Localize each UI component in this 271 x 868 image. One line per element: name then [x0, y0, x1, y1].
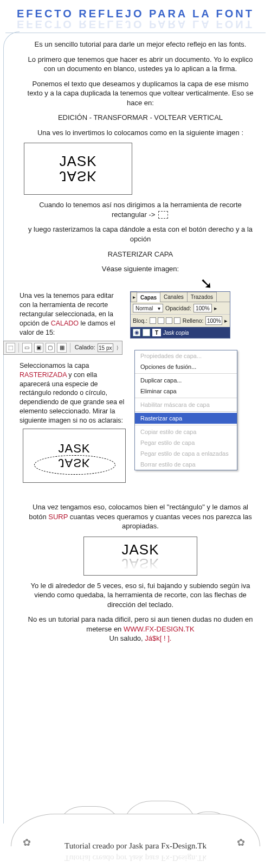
rasterizada-paragraph: Seleccionamos la capa RASTERIZADA y con …: [20, 361, 126, 425]
rast-text-b: y con ella aparecerá una especie de rect…: [20, 371, 124, 424]
lock-icons: [150, 317, 180, 324]
text-layer-thumb-icon: T: [152, 329, 161, 336]
rast-text-a: Seleccionamos la capa: [20, 362, 89, 369]
intro-paragraph-2: Lo primero que tenemos que hacer es abri…: [24, 55, 257, 74]
blend-mode-dropdown[interactable]: Normal▾: [133, 304, 163, 312]
lock-transparency-icon[interactable]: [150, 317, 156, 324]
feather-toolbar: ⬚ ▭ ▣ ▢ ▦ Calado: 15 px ⟩: [3, 341, 122, 355]
ctx-item-copy-style[interactable]: Copiar estilo de capa: [135, 426, 237, 437]
step3-paragraph: Una vez tengamos eso, colocamos bien el …: [24, 502, 257, 531]
sample-mirror-box: JASK JASK: [24, 143, 132, 195]
outro2-text-b: Un saludo,: [109, 634, 145, 642]
intro-paragraph-4: Una ves lo invertimos lo colocamos como …: [24, 128, 257, 138]
ctx-separator: [135, 425, 237, 425]
rasterize-highlight: RASTERIZAR CAPA: [24, 250, 257, 259]
subtract-selection-icon[interactable]: ▢: [46, 343, 55, 353]
layer-context-menu: Propiedades de capa... Opciones de fusió…: [134, 350, 237, 470]
panel-tab-channels[interactable]: Canales: [160, 292, 188, 302]
chevron-down-icon: ▾: [158, 305, 160, 311]
step2-text-a: Cuando lo tenemos así nos dirigimos a la…: [39, 201, 242, 219]
layers-panel: ▸ Capas Canales Trazados Normal▾ Opacida…: [130, 291, 230, 339]
author-signature: Já$k[ ! ].: [145, 634, 171, 642]
step2-line-c: Véase siguiente imagen:: [24, 264, 257, 274]
ctx-separator: [135, 373, 237, 374]
footer-credit: Tutorial creado por Jask para Fx-Design.…: [0, 841, 271, 851]
ctx-item-blending[interactable]: Opciones de fusión...: [135, 361, 237, 372]
calado-paragraph: Una ves la tenemos para editar con la he…: [20, 291, 126, 337]
toolbar-separator: [70, 343, 70, 353]
blend-mode-value: Normal: [136, 305, 153, 311]
intro-paragraph-1: Es un sencillo tutorial para darle un me…: [24, 40, 257, 49]
opacity-label: Opacidad:: [165, 305, 191, 311]
calado-word: CALADO: [51, 320, 79, 327]
opacity-input[interactable]: 100%: [193, 304, 212, 312]
step2-line-b: y luego rasterizamos la capa dándole a e…: [24, 225, 257, 244]
visibility-eye-icon[interactable]: ◉: [133, 329, 140, 336]
step2-line-a: Cuando lo tenemos así nos dirigimos a la…: [24, 200, 257, 219]
ctx-item-paste-linked[interactable]: Pegar estilo de capa a enlazadas: [135, 448, 237, 459]
fill-input[interactable]: 100%: [205, 316, 222, 325]
rectangular-marquee-icon: [158, 211, 168, 219]
toolbar-separator: [18, 343, 19, 353]
footer-cloud: [11, 808, 260, 846]
footer-block: ✿ ✿ Tutorial creado por Jask para Fx-Des…: [0, 800, 271, 865]
opacity-slider-icon[interactable]: ▸: [214, 305, 217, 311]
outro-paragraph-2: No es un tutorial para nada dificil, per…: [24, 615, 257, 643]
intro-paragraph-3: Ponemos el texto que deseamos y duplicam…: [24, 79, 257, 108]
sample-final-reflection: JASK: [121, 555, 159, 572]
marquee-tool-icon[interactable]: ⬚: [6, 343, 15, 353]
footer-credit-reflection: Tutorial creado por Jask para Fx-Design.…: [0, 853, 271, 863]
layer-name: Jask copia: [163, 330, 189, 336]
sample-oval-box: JASK JASK: [23, 429, 126, 483]
step3-text-b: cuantas veces queramos y cuantas veces n…: [68, 513, 252, 531]
ctx-item-delete[interactable]: Eliminar capa: [135, 386, 237, 397]
ctx-item-properties[interactable]: Propiedades de capa...: [135, 350, 237, 361]
ctx-item-enable-mask[interactable]: Habilitar máscara de capa: [135, 399, 237, 410]
rasterizada-word: RASTERIZADA: [20, 371, 67, 379]
link-icon[interactable]: [143, 329, 150, 336]
intersect-selection-icon[interactable]: ▦: [57, 343, 66, 353]
ctx-item-duplicate[interactable]: Duplicar capa...: [135, 375, 237, 386]
add-selection-icon[interactable]: ▣: [34, 343, 43, 353]
fill-label: Relleno:: [183, 317, 204, 324]
sample-final-box: JASK JASK: [83, 537, 197, 576]
outro-paragraph-1: Yo le di alrededor de 5 veces, eso si, f…: [24, 581, 257, 610]
surp-word: SURP: [48, 513, 68, 521]
ctx-separator: [135, 398, 237, 398]
panel-tabs: ▸ Capas Canales Trazados: [131, 292, 230, 302]
title-block: EFECTO REFLEJO PARA LA FONT EFECTO REFLE…: [5, 0, 266, 33]
lock-pixels-icon[interactable]: [158, 317, 164, 324]
arrow-down-icon: ➘: [20, 279, 261, 289]
ctx-item-paste-style[interactable]: Pegar estilo de capa: [135, 437, 237, 448]
site-link[interactable]: WWW.FX-DESIGN.TK: [124, 625, 195, 633]
feather-input[interactable]: 15 px: [98, 343, 113, 352]
panel-tab-paths[interactable]: Trazados: [187, 292, 217, 302]
feather-dropdown-icon[interactable]: ⟩: [115, 344, 120, 351]
sample-word-flipped: JASK: [59, 168, 96, 184]
fill-slider-icon[interactable]: ▸: [224, 317, 228, 324]
lock-position-icon[interactable]: [166, 317, 172, 324]
ctx-item-rasterize[interactable]: Rasterizar capa: [135, 413, 237, 424]
dashed-selection-oval: [34, 455, 115, 475]
ctx-separator: [135, 411, 237, 412]
lock-all-icon[interactable]: [174, 317, 180, 324]
lock-label: Bloq.:: [133, 317, 147, 324]
new-selection-icon[interactable]: ▭: [22, 343, 31, 353]
feather-label: Calado:: [75, 343, 95, 352]
decorative-side-curve: [3, 31, 20, 824]
page-title-reflection: EFECTO REFLEJO PARA LA FONT: [5, 18, 266, 30]
panel-tab-layers[interactable]: Capas: [137, 292, 160, 302]
layer-row-selected[interactable]: ◉ T Jask copia: [131, 327, 230, 338]
menu-path-highlight: EDICIÓN - TRANSFORMAR - VOLTEAR VERTICAL: [24, 113, 257, 123]
ctx-item-clear-style[interactable]: Borrar estilo de capa: [135, 459, 237, 470]
